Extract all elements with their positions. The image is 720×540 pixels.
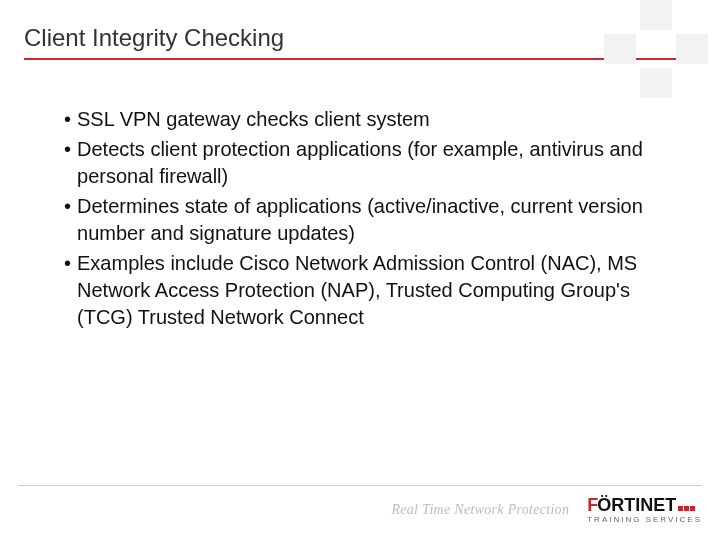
bullet-dot-icon: • (64, 250, 71, 277)
bullet-text: Detects client protection applications (… (77, 136, 660, 190)
bullet-dot-icon: • (64, 136, 71, 163)
brand-logo-subtitle: TRAINING SERVICES (587, 516, 702, 524)
slide: Client Integrity Checking • SSL VPN gate… (0, 0, 720, 540)
content-area: • SSL VPN gateway checks client system •… (0, 68, 720, 331)
bullet-text: Examples include Cisco Network Admission… (77, 250, 660, 331)
footer-tagline: Real Time Network Protection (391, 502, 569, 518)
brand-logo-rest: ÖRTINET (597, 496, 676, 514)
bullet-text: SSL VPN gateway checks client system (77, 106, 430, 133)
footer-divider (18, 485, 702, 486)
bullet-dot-icon: • (64, 106, 71, 133)
footer: Real Time Network Protection F ÖRTINET T… (0, 485, 720, 524)
bullet-item: • Determines state of applications (acti… (64, 193, 660, 247)
bullet-item: • Examples include Cisco Network Admissi… (64, 250, 660, 331)
bullet-item: • SSL VPN gateway checks client system (64, 106, 660, 133)
footer-row: Real Time Network Protection F ÖRTINET T… (18, 496, 702, 524)
bullet-item: • Detects client protection applications… (64, 136, 660, 190)
brand-logo-main: F ÖRTINET (587, 496, 695, 514)
bullet-text: Determines state of applications (active… (77, 193, 660, 247)
slide-title: Client Integrity Checking (24, 24, 692, 52)
brand-logo: F ÖRTINET TRAINING SERVICES (587, 496, 702, 524)
bullet-dot-icon: • (64, 193, 71, 220)
corner-decoration (604, 0, 708, 98)
title-underline (24, 58, 692, 60)
brand-logo-squares-icon (678, 506, 695, 511)
